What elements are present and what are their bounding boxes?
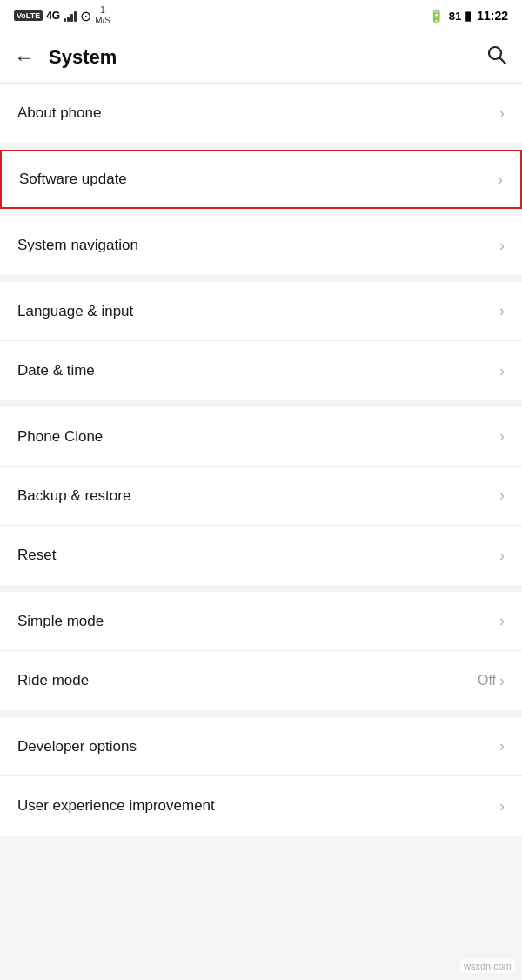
settings-group-group4: Language & input›Date & time› <box>0 282 522 400</box>
settings-item-system-navigation[interactable]: System navigation› <box>0 216 522 275</box>
settings-group-group7: Developer options›User experience improv… <box>0 717 522 836</box>
settings-label-ride-mode: Ride mode <box>17 672 89 689</box>
settings-group-group6: Simple mode›Ride modeOff› <box>0 592 522 710</box>
settings-label-software-update: Software update <box>19 171 127 188</box>
settings-group-group1: About phone› <box>0 84 522 143</box>
settings-label-phone-clone: Phone Clone <box>17 428 103 446</box>
chevron-icon-developer-options: › <box>499 737 505 755</box>
battery-container: 81 ▮ <box>449 9 472 23</box>
chevron-icon-user-experience: › <box>499 797 505 816</box>
item-right-user-experience: › <box>499 797 505 816</box>
settings-item-date-time[interactable]: Date & time› <box>0 341 522 400</box>
settings-item-developer-options[interactable]: Developer options› <box>0 717 522 776</box>
signal-bar-2 <box>67 17 70 22</box>
settings-label-system-navigation: System navigation <box>17 237 138 254</box>
svg-line-1 <box>500 57 506 64</box>
back-button[interactable]: ← <box>14 45 35 70</box>
search-button[interactable] <box>485 44 508 71</box>
item-right-ride-mode: Off› <box>478 672 505 690</box>
item-right-backup-restore: › <box>499 487 505 505</box>
chevron-icon-reset: › <box>499 547 505 565</box>
toolbar: ← System <box>0 31 522 84</box>
item-right-language-input: › <box>499 302 505 320</box>
settings-item-reset[interactable]: Reset› <box>0 526 522 585</box>
item-value-ride-mode: Off <box>478 673 496 688</box>
settings-item-ride-mode[interactable]: Ride modeOff› <box>0 651 522 710</box>
chevron-icon-backup-restore: › <box>499 487 505 505</box>
status-left: VoLTE 4G ⊙ 1 M/S <box>14 5 110 26</box>
settings-item-phone-clone[interactable]: Phone Clone› <box>0 407 522 467</box>
settings-label-language-input: Language & input <box>17 303 133 320</box>
settings-item-about-phone[interactable]: About phone› <box>0 84 522 143</box>
toolbar-left: ← System <box>14 45 117 70</box>
item-right-about-phone: › <box>499 104 505 123</box>
item-right-developer-options: › <box>499 737 505 755</box>
settings-item-language-input[interactable]: Language & input› <box>0 282 522 341</box>
settings-group-group5: Phone Clone›Backup & restore›Reset› <box>0 407 522 585</box>
item-right-software-update: › <box>498 171 503 189</box>
chevron-icon-phone-clone: › <box>499 427 505 446</box>
signal-bar-3 <box>70 14 73 22</box>
chevron-icon-ride-mode: › <box>499 672 505 690</box>
item-right-reset: › <box>499 547 505 565</box>
chevron-icon-simple-mode: › <box>499 612 505 630</box>
chevron-icon-about-phone: › <box>499 104 505 123</box>
settings-label-about-phone: About phone <box>17 104 101 122</box>
item-right-system-navigation: › <box>499 237 505 255</box>
settings-item-software-update[interactable]: Software update› <box>0 150 522 209</box>
wifi-icon: ⊙ <box>80 8 91 24</box>
status-bar: VoLTE 4G ⊙ 1 M/S 🔋 81 ▮ 11:22 <box>0 0 522 31</box>
settings-item-backup-restore[interactable]: Backup & restore› <box>0 467 522 526</box>
item-right-date-time: › <box>499 362 505 380</box>
chevron-icon-software-update: › <box>498 171 503 189</box>
settings-label-date-time: Date & time <box>17 362 95 379</box>
settings-label-simple-mode: Simple mode <box>17 613 104 630</box>
chevron-icon-date-time: › <box>499 362 505 380</box>
item-right-simple-mode: › <box>499 612 505 630</box>
search-icon <box>485 44 508 66</box>
chevron-icon-system-navigation: › <box>499 237 505 255</box>
battery-icon: ▮ <box>465 9 472 23</box>
vibrate-icon: 🔋 <box>429 9 444 23</box>
speed-text: 1 M/S <box>95 5 110 26</box>
volte-badge: VoLTE <box>14 10 43 21</box>
settings-label-backup-restore: Backup & restore <box>17 487 130 505</box>
settings-label-developer-options: Developer options <box>17 738 137 755</box>
settings-label-user-experience: User experience improvement <box>17 797 215 815</box>
clock: 11:22 <box>477 9 508 23</box>
signal-bars <box>64 10 77 22</box>
settings-container: About phone›Software update›System navig… <box>0 84 522 836</box>
watermark: wsxdn.com <box>460 959 515 973</box>
speed-value: 1 <box>95 5 110 16</box>
settings-group-group2: Software update› <box>0 150 522 209</box>
settings-label-reset: Reset <box>17 547 56 564</box>
signal-bar-1 <box>64 18 66 22</box>
chevron-icon-language-input: › <box>499 302 505 320</box>
signal-bar-4 <box>74 11 77 22</box>
settings-group-group3: System navigation› <box>0 216 522 275</box>
settings-item-simple-mode[interactable]: Simple mode› <box>0 592 522 651</box>
item-right-phone-clone: › <box>499 427 505 446</box>
settings-item-user-experience[interactable]: User experience improvement› <box>0 776 522 836</box>
status-right: 🔋 81 ▮ 11:22 <box>429 9 508 23</box>
battery-percent: 81 <box>449 10 461 23</box>
speed-unit: M/S <box>95 16 110 26</box>
network-type: 4G <box>46 10 60 22</box>
page-title: System <box>49 46 117 69</box>
